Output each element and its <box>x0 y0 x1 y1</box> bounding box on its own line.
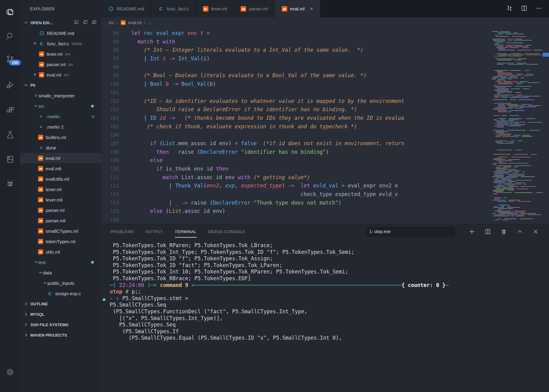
terminal-selector-value: 1: utop.exe <box>369 229 391 234</box>
sidebar-section-ssh-file-systems[interactable]: SSH FILE SYSTEMS <box>20 319 101 330</box>
tree-item-parser-ml[interactable]: parser.ml <box>20 205 101 215</box>
chevron-down-icon <box>33 260 38 265</box>
more-actions-icon[interactable] <box>536 5 542 13</box>
sidebar-section-outline[interactable]: OUTLINE <box>20 299 101 309</box>
tree-item-src[interactable]: src <box>20 101 101 111</box>
tree-item-label: eval.mli <box>46 166 61 171</box>
tree-item-lexer-mli[interactable]: lexer.mli <box>20 194 101 205</box>
command-decoration-dot <box>103 298 105 301</box>
code-line: 107 if (List.mem_assoc id env) = false (… <box>101 139 491 148</box>
breadcrumb-item[interactable]: ... <box>148 20 152 25</box>
sidebar-section-maven-projects[interactable]: MAVEN PROJECTS <box>20 330 101 340</box>
panel-tab-problems[interactable]: PROBLEMS <box>110 228 134 236</box>
tree-item-public-inputs[interactable]: public_inputs <box>20 278 101 288</box>
tree-item-evalutils-ml[interactable]: evalUtils.ml <box>20 174 101 184</box>
search-icon[interactable] <box>0 29 20 43</box>
project-section-header[interactable]: P5 <box>20 80 101 90</box>
tree-item-utils-ml[interactable]: utils.ml <box>20 247 101 257</box>
code-editor[interactable]: 94let rec eval_expr env t =95 match t wi… <box>101 28 549 224</box>
code-line-text <box>123 131 131 139</box>
code-line: 96 (* Int – Integer literals evaluate to… <box>101 46 491 55</box>
close-icon[interactable]: × <box>310 6 313 12</box>
tree-item-builtins-ml[interactable]: builtins.ml <box>20 132 101 142</box>
breadcrumb[interactable]: src›eval.ml›... <box>101 17 549 28</box>
breadcrumb-item[interactable]: src <box>109 20 114 25</box>
tree-item-data[interactable]: data <box>20 267 101 278</box>
editor-code-area[interactable]: 94let rec eval_expr env t =95 match t wi… <box>101 29 491 224</box>
tab-readme-md[interactable]: iREADME.md <box>101 0 151 17</box>
tab-parser-ml[interactable]: parser.ml <box>234 0 275 17</box>
code-line: 104 | ID id -> (* thunks become bound to… <box>101 114 491 123</box>
tab-lexer-ml[interactable]: lexer.ml <box>196 0 234 17</box>
ocaml-file-icon <box>39 62 44 67</box>
tree-item--merlin-2[interactable]: ≡.merlin 2 <box>20 122 101 132</box>
tree-item-dune[interactable]: ≡dune <box>20 142 101 153</box>
code-line: 112 | Thunk_Val(env2, exp, expected_type… <box>101 182 491 190</box>
tab-label: lexer.ml <box>211 6 227 11</box>
split-terminal-icon[interactable] <box>480 228 496 235</box>
new-terminal-icon[interactable] <box>464 228 480 235</box>
close-panel-icon[interactable] <box>528 228 543 235</box>
testing-icon[interactable] <box>0 127 20 142</box>
code-line-text: (* check if thunk, evaluate expression i… <box>123 123 357 131</box>
close-all-editors-icon[interactable] <box>92 20 97 26</box>
new-untitled-file-icon[interactable] <box>74 20 79 26</box>
editor-scrollbar[interactable] <box>543 28 549 224</box>
open-editor-item[interactable]: iREADME.md <box>20 28 101 38</box>
tree-item-test[interactable]: test <box>20 257 101 267</box>
chevron-right-icon <box>24 322 29 327</box>
tree-item-assign-exp-c[interactable]: Cassign-exp.c <box>20 288 101 299</box>
terminal-line: utop # p;; <box>101 288 549 295</box>
terminal-line: P5.TokenTypes.Tok_ID "f"; P5.TokenTypes.… <box>101 255 549 262</box>
save-all-icon[interactable] <box>83 20 88 26</box>
split-editor-icon[interactable] <box>521 5 528 13</box>
tree-item-eval-ml[interactable]: eval.ml <box>20 153 101 163</box>
open-editor-item[interactable]: parser.mlsrc <box>20 59 101 70</box>
terminal-line: P5.TokenTypes.Tok_RBrace; P5.TokenTypes.… <box>101 275 549 282</box>
terminal-selector-dropdown[interactable]: 1: utop.exe <box>366 227 455 237</box>
terminal-line: P5.TokenTypes.Tok_Int_Type; P5.TokenType… <box>101 249 549 256</box>
minimap[interactable] <box>491 31 543 222</box>
panel-tab-debug-console[interactable]: DEBUG CONSOLE <box>208 228 245 236</box>
code-line: 110 if is_thunk env id then <box>101 165 491 173</box>
database-icon[interactable] <box>0 152 20 167</box>
open-editor-item[interactable]: lexer.mlsrc <box>20 49 101 59</box>
tree-item-parser-mli[interactable]: parser.mli <box>20 215 101 226</box>
extension-bot-icon[interactable] <box>0 176 20 191</box>
panel-tab-terminal[interactable]: TERMINAL <box>175 228 196 236</box>
line-number: 96 <box>101 46 123 55</box>
kill-terminal-icon[interactable] <box>496 228 512 235</box>
code-line: 100 | Bool b -> Bool_Val(b) <box>101 80 491 89</box>
panel-header: PROBLEMSOUTPUTTERMINALDEBUG CONSOLE 1: u… <box>101 224 549 239</box>
source-control-icon[interactable]: 155 <box>0 52 20 66</box>
sidebar-section-mysql[interactable]: MYSQL <box>20 309 101 319</box>
tree-item-eval-mli[interactable]: eval.mli <box>20 163 101 174</box>
ocaml-file-icon <box>38 156 43 161</box>
code-line-text: then raise (DeclareError "identifier has… <box>123 148 329 156</box>
terminal-line: (P5.SmallCTypes.FunctionDecl ("fact", P5… <box>101 308 549 315</box>
open-editor-item[interactable]: ×Cfunc_fact.ctest/d... <box>20 38 101 49</box>
compare-changes-icon[interactable] <box>506 5 513 13</box>
close-icon[interactable]: × <box>32 72 38 77</box>
extensions-icon[interactable] <box>0 103 20 118</box>
tree-item-smallctypes-ml[interactable]: smallCTypes.ml <box>20 226 101 236</box>
tree-item-tokentypes-ml[interactable]: tokenTypes.ml <box>20 236 101 247</box>
tree-item-smallc-interpreter[interactable]: smallc_interpreter <box>20 90 101 101</box>
terminal-output[interactable]: P5.TokenTypes.Tok_RParen; P5.TokenTypes.… <box>101 242 549 392</box>
explorer-icon[interactable] <box>0 4 20 19</box>
ocaml-file-icon <box>38 135 43 140</box>
tree-item-lexer-ml[interactable]: lexer.ml <box>20 184 101 194</box>
run-debug-icon[interactable] <box>0 78 20 92</box>
tree-item--merlin[interactable]: ≡.merlinU <box>20 111 101 122</box>
breadcrumb-item[interactable]: eval.ml <box>128 20 142 25</box>
maximize-panel-icon[interactable] <box>512 228 528 235</box>
close-icon[interactable]: × <box>32 41 38 46</box>
settings-gear-icon[interactable] <box>0 365 20 379</box>
code-line-text: else (List.assoc id env) <box>123 207 225 216</box>
tree-item-label: src <box>38 104 44 109</box>
tab-func-fact-c[interactable]: Cfunc_fact.c <box>151 0 196 17</box>
open-editors-section-header[interactable]: OPEN EDI... <box>20 17 101 28</box>
tab-eval-ml[interactable]: eval.ml× <box>275 0 320 17</box>
open-editor-item[interactable]: ×eval.mlsrc <box>20 70 101 80</box>
panel-tab-output[interactable]: OUTPUT <box>146 228 163 236</box>
